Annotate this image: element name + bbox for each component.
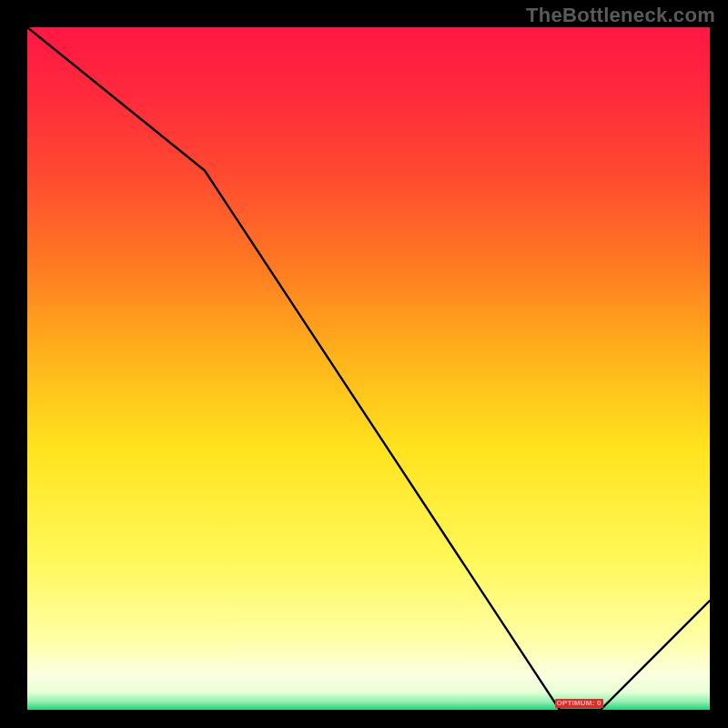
plot-background	[27, 27, 710, 710]
chart-svg	[0, 0, 728, 728]
chart-container: TheBottleneck.com OPTIMUM: 0	[0, 0, 728, 728]
optimum-pill: OPTIMUM: 0	[555, 699, 603, 708]
watermark-text: TheBottleneck.com	[526, 4, 715, 27]
